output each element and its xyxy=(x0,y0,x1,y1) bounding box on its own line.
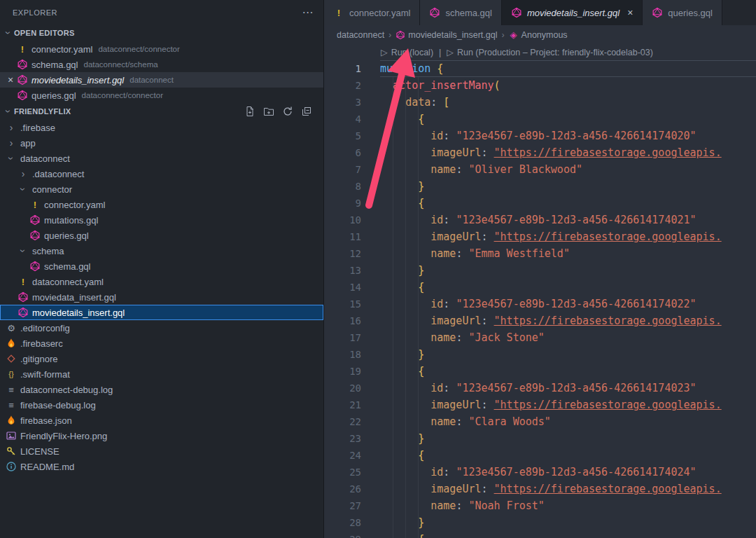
tree-item-dataconnect[interactable]: ›dataconnect xyxy=(0,151,323,166)
file-label: schema xyxy=(32,246,64,256)
file-label: connector xyxy=(32,184,72,195)
line-text: name: "Clara Woods" xyxy=(380,413,756,430)
code-token: name xyxy=(430,247,456,260)
run-production-link[interactable]: ▷ Run (Production – Project: friendly-fl… xyxy=(447,47,653,57)
code-line-9[interactable]: 9 { xyxy=(324,195,756,212)
code-line-19[interactable]: 19 { xyxy=(324,363,756,380)
code-line-16[interactable]: 16 imageUrl: "https://firebasestorage.go… xyxy=(324,312,756,329)
line-text: } xyxy=(380,346,756,363)
new-folder-icon[interactable] xyxy=(263,106,274,117)
code-line-20[interactable]: 20 id: "123e4567-e89b-12d3-a456-42661417… xyxy=(324,380,756,396)
line-text: imageUrl: "https://firebasestorage.googl… xyxy=(380,481,756,497)
log-file-icon: ≡ xyxy=(6,399,17,411)
code-line-23[interactable]: 23 } xyxy=(324,430,756,447)
breadcrumb-item-dataconnect[interactable]: dataconnect xyxy=(337,30,384,40)
code-editor[interactable]: ▷ Run (local) | ▷ Run (Production – Proj… xyxy=(324,44,756,538)
code-line-25[interactable]: 25 id: "123e4567-e89b-12d3-a456-42661417… xyxy=(324,464,756,481)
tree-item-queries.gql[interactable]: queries.gql xyxy=(0,228,323,243)
code-token xyxy=(380,415,430,428)
code-token: id xyxy=(430,298,443,310)
line-text: name: "Jack Stone" xyxy=(380,329,756,346)
code-line-18[interactable]: 18 } xyxy=(324,346,756,363)
run-local-link[interactable]: ▷ Run (local) xyxy=(381,47,433,57)
open-editor-moviedetails_insert.gql[interactable]: ×moviedetails_insert.gqldataconnect xyxy=(0,72,323,88)
tree-item-connector[interactable]: ›connector xyxy=(0,181,323,197)
breadcrumb-item-moviedetails_insert.gql[interactable]: moviedetails_insert.gql xyxy=(396,30,497,40)
workspace-header[interactable]: › FRIENDLYFLIX xyxy=(0,103,323,120)
tree-item-LICENSE[interactable]: LICENSE xyxy=(0,443,323,459)
tab-connector.yaml[interactable]: !connector.yaml xyxy=(324,0,420,25)
line-number: 9 xyxy=(324,195,380,212)
code-token xyxy=(380,466,430,478)
code-line-14[interactable]: 14 { xyxy=(324,279,756,296)
code-line-3[interactable]: 3 data: [ xyxy=(324,94,756,111)
graphql-icon xyxy=(29,230,41,241)
tree-item-.firebase[interactable]: ›.firebase xyxy=(0,120,323,135)
tab-bar: !connector.yamlschema.gqlmoviedetails_in… xyxy=(324,0,756,25)
tree-item-.editorconfig[interactable]: ⚙.editorconfig xyxy=(0,320,323,336)
new-file-icon[interactable] xyxy=(244,106,255,117)
tree-item-connector.yaml[interactable]: !connector.yaml xyxy=(0,197,323,212)
open-editor-connector.yaml[interactable]: !connector.yamldataconnect/connector xyxy=(0,41,323,57)
code-line-17[interactable]: 17 name: "Jack Stone" xyxy=(324,329,756,346)
code-line-29[interactable]: 29 { xyxy=(324,531,756,538)
code-line-26[interactable]: 26 imageUrl: "https://firebasestorage.go… xyxy=(324,481,756,497)
code-token: imageUrl xyxy=(430,146,481,159)
tree-item-moviedetails_insert.gql[interactable]: moviedetails_insert.gql xyxy=(0,305,323,320)
code-line-27[interactable]: 27 name: "Noah Frost" xyxy=(324,497,756,514)
code-line-10[interactable]: 10 id: "123e4567-e89b-12d3-a456-42661417… xyxy=(324,212,756,228)
code-line-24[interactable]: 24 { xyxy=(324,447,756,464)
breadcrumb-item-Anonymous[interactable]: ◈Anonymous xyxy=(509,30,568,40)
tree-item-.dataconnect[interactable]: ›.dataconnect xyxy=(0,166,323,181)
tree-item-README.md[interactable]: README.md xyxy=(0,459,323,474)
more-actions-icon[interactable]: ⋯ xyxy=(302,7,314,18)
line-text: name: "Emma Westfield" xyxy=(380,245,756,262)
code-line-2[interactable]: 2 actor_insertMany( xyxy=(324,77,756,94)
open-editor-schema.gql[interactable]: schema.gqldataconnect/schema xyxy=(0,57,323,72)
code-line-13[interactable]: 13 } xyxy=(324,262,756,279)
collapse-all-icon[interactable] xyxy=(301,106,312,117)
code-line-21[interactable]: 21 imageUrl: "https://firebasestorage.go… xyxy=(324,396,756,413)
tree-item-moviedata_insert.gql[interactable]: moviedata_insert.gql xyxy=(0,289,323,305)
tree-item-dataconnect-debug.log[interactable]: ≡dataconnect-debug.log xyxy=(0,382,323,397)
code-line-7[interactable]: 7 name: "Oliver Blackwood" xyxy=(324,161,756,178)
tree-item-app[interactable]: ›app xyxy=(0,135,323,151)
code-line-4[interactable]: 4 { xyxy=(324,111,756,127)
code-line-6[interactable]: 6 imageUrl: "https://firebasestorage.goo… xyxy=(324,144,756,161)
tab-schema.gql[interactable]: schema.gql xyxy=(420,0,501,25)
tree-item-schema.gql[interactable]: schema.gql xyxy=(0,258,323,274)
tree-item-.firebaserc[interactable]: .firebaserc xyxy=(0,336,323,351)
line-number: 13 xyxy=(324,262,380,279)
braces-icon: {} xyxy=(6,368,17,380)
line-number: 23 xyxy=(324,430,380,447)
open-editor-queries.gql[interactable]: queries.gqldataconnect/connector xyxy=(0,88,323,103)
file-label: .firebaserc xyxy=(20,338,63,349)
code-line-15[interactable]: 15 id: "123e4567-e89b-12d3-a456-42661417… xyxy=(324,296,756,312)
line-number: 5 xyxy=(324,127,380,144)
code-line-1[interactable]: 1mutation { xyxy=(324,60,756,77)
file-label: .gitignore xyxy=(20,354,57,364)
code-token: : xyxy=(443,466,456,478)
code-line-28[interactable]: 28 } xyxy=(324,514,756,531)
open-editors-header[interactable]: › OPEN EDITORS xyxy=(0,25,323,41)
tree-item-dataconnect.yaml[interactable]: !dataconnect.yaml xyxy=(0,274,323,289)
tree-item-FriendlyFlix-Hero.png[interactable]: FriendlyFlix-Hero.png xyxy=(0,428,323,443)
tab-queries.gql[interactable]: queries.gql xyxy=(643,0,722,25)
code-line-11[interactable]: 11 imageUrl: "https://firebasestorage.go… xyxy=(324,228,756,245)
tree-item-.gitignore[interactable]: .gitignore xyxy=(0,351,323,366)
code-line-5[interactable]: 5 id: "123e4567-e89b-12d3-a456-426614174… xyxy=(324,127,756,144)
tree-item-schema[interactable]: ›schema xyxy=(0,243,323,258)
close-icon[interactable]: × xyxy=(4,74,17,85)
refresh-icon[interactable] xyxy=(282,106,293,117)
code-line-22[interactable]: 22 name: "Clara Woods" xyxy=(324,413,756,430)
tree-item-firebase-debug.log[interactable]: ≡firebase-debug.log xyxy=(0,397,323,413)
tab-moviedetails_insert.gql[interactable]: moviedetails_insert.gql× xyxy=(502,0,643,25)
tree-item-mutations.gql[interactable]: mutations.gql xyxy=(0,212,323,228)
code-token: "https://firebasestorage.googleapis. xyxy=(494,315,722,327)
code-token: id xyxy=(430,130,443,142)
tree-item-.swift-format[interactable]: {}.swift-format xyxy=(0,366,323,382)
code-line-12[interactable]: 12 name: "Emma Westfield" xyxy=(324,245,756,262)
close-icon[interactable]: × xyxy=(627,7,633,18)
code-line-8[interactable]: 8 } xyxy=(324,178,756,195)
tree-item-firebase.json[interactable]: firebase.json xyxy=(0,413,323,428)
